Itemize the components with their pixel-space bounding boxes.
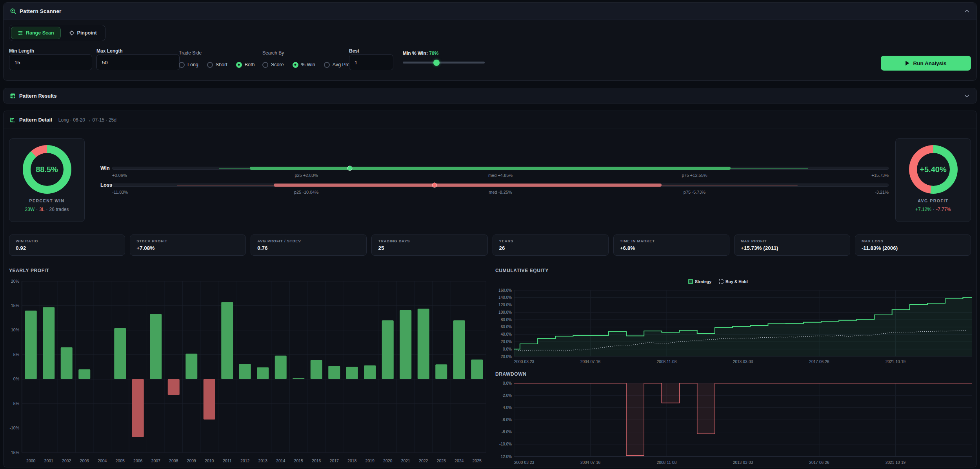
svg-text:2024: 2024 bbox=[455, 458, 464, 463]
trade-summary: 23W·3L·26 trades bbox=[9, 207, 84, 212]
tab-pinpoint[interactable]: Pinpoint bbox=[62, 27, 104, 39]
stat-label: STDEV PROFIT bbox=[136, 239, 239, 243]
range-value-label: -11.83% bbox=[112, 190, 128, 195]
results-title: Pattern Results bbox=[19, 93, 56, 99]
svg-text:2017-06-26: 2017-06-26 bbox=[809, 460, 829, 465]
svg-text:-5%: -5% bbox=[12, 401, 19, 406]
trade-side-label: Trade Side bbox=[179, 50, 202, 56]
cumulative-equity-title: CUMULATIVE EQUITY bbox=[495, 268, 549, 273]
stat-card-win-ratio: WIN RATIO0.92 bbox=[9, 234, 125, 256]
svg-text:2011: 2011 bbox=[223, 458, 232, 463]
radio-option-long[interactable]: Long bbox=[179, 62, 198, 68]
avg-profit-value: +5.40% bbox=[920, 165, 946, 174]
slider-thumb[interactable] bbox=[433, 60, 440, 66]
range-value-label: +15.73% bbox=[871, 173, 889, 178]
table-icon bbox=[10, 93, 16, 99]
percent-win-card: 88.5% PERCENT WIN 23W·3L·26 trades bbox=[9, 138, 85, 222]
best-input[interactable]: 1 bbox=[349, 55, 393, 70]
stat-label: AVG PROFIT / STDEV bbox=[257, 239, 360, 243]
equity-legend: StrategyBuy & Hold bbox=[689, 279, 748, 284]
svg-text:0%: 0% bbox=[13, 376, 19, 381]
collapse-panel-button[interactable] bbox=[964, 8, 970, 15]
search-by-radio-group: Score% WinAvg Profit bbox=[262, 61, 354, 69]
bar-2002 bbox=[61, 347, 73, 379]
run-analysis-button[interactable]: Run Analysis bbox=[881, 56, 971, 71]
bar-2004 bbox=[96, 379, 108, 379]
bar-2006 bbox=[132, 379, 144, 437]
range-median-dot bbox=[432, 183, 437, 188]
svg-text:2001: 2001 bbox=[44, 458, 54, 463]
svg-text:2017: 2017 bbox=[330, 458, 339, 463]
radio-option-short[interactable]: Short bbox=[207, 62, 227, 68]
radio-option-score[interactable]: Score bbox=[262, 62, 284, 68]
cumulative-equity-chart: 160.0%140.0%120.0%100.0%80.0%60.0%40.0%2… bbox=[493, 275, 980, 367]
svg-text:-4.0%: -4.0% bbox=[502, 405, 512, 410]
percent-win-label: PERCENT WIN bbox=[9, 198, 84, 203]
stat-value: +15.73% (2011) bbox=[741, 245, 844, 251]
tab-label: Pinpoint bbox=[77, 30, 97, 36]
bar-2022 bbox=[418, 309, 429, 379]
stat-label: MAX PROFIT bbox=[741, 239, 844, 243]
profit-summary: +7.12%·-7.77% bbox=[896, 207, 971, 212]
strategy-swatch bbox=[689, 280, 693, 284]
pattern-results-section[interactable]: Pattern Results bbox=[3, 88, 977, 104]
radio-icon bbox=[293, 62, 298, 68]
svg-text:0.0%: 0.0% bbox=[503, 381, 512, 385]
svg-text:2020: 2020 bbox=[383, 458, 393, 463]
bar-2008 bbox=[168, 379, 180, 395]
drawdown-chart: 0.0%-2.0%-4.0%-6.0%-8.0%-10.0%-12.0%2000… bbox=[493, 367, 980, 468]
stat-card-avg-profit-stdev: AVG PROFIT / STDEV0.76 bbox=[251, 234, 367, 256]
scanner-panel: Pattern Scanner Range Scan Pinpoi bbox=[3, 2, 977, 81]
svg-text:2013-03-03: 2013-03-03 bbox=[733, 360, 753, 364]
bar-2005 bbox=[114, 328, 126, 379]
stat-card-time-in-market: TIME IN MARKET+6.8% bbox=[613, 234, 729, 256]
svg-text:160.0%: 160.0% bbox=[498, 288, 512, 293]
svg-text:2006: 2006 bbox=[133, 458, 143, 463]
svg-text:2021-10-19: 2021-10-19 bbox=[885, 360, 906, 364]
svg-text:2012: 2012 bbox=[240, 458, 250, 463]
svg-text:2023: 2023 bbox=[437, 458, 446, 463]
svg-text:2013-03-03: 2013-03-03 bbox=[733, 460, 753, 465]
svg-text:-20.0%: -20.0% bbox=[499, 354, 512, 359]
bar-2007 bbox=[150, 314, 162, 379]
svg-text:2004-07-16: 2004-07-16 bbox=[580, 460, 601, 465]
expand-results-button[interactable] bbox=[964, 93, 970, 99]
svg-text:2021: 2021 bbox=[401, 458, 411, 463]
stat-card-max-profit: MAX PROFIT+15.73% (2011) bbox=[734, 234, 850, 256]
bar-2000 bbox=[25, 311, 37, 379]
svg-text:2002: 2002 bbox=[62, 458, 71, 463]
stat-label: WIN RATIO bbox=[16, 239, 118, 243]
svg-text:80.0%: 80.0% bbox=[501, 318, 512, 322]
stat-card-stdev-profit: STDEV PROFIT+7.08% bbox=[130, 234, 246, 256]
radio-icon bbox=[324, 62, 330, 68]
bar-2017 bbox=[328, 366, 340, 379]
play-icon bbox=[905, 61, 909, 65]
stat-label: TIME IN MARKET bbox=[620, 239, 723, 243]
buy-hold-swatch bbox=[719, 280, 723, 284]
range-value-label: +0.06% bbox=[112, 173, 127, 178]
bar-2012 bbox=[239, 364, 251, 379]
svg-text:2014: 2014 bbox=[276, 458, 285, 463]
min-win-slider[interactable] bbox=[403, 62, 485, 64]
stat-card-trading-days: TRADING DAYS25 bbox=[371, 234, 487, 256]
min-length-label: Min Length bbox=[9, 48, 34, 54]
stat-value: 0.92 bbox=[16, 245, 118, 251]
stat-value: 0.76 bbox=[257, 245, 360, 251]
tab-range-scan[interactable]: Range Scan bbox=[11, 27, 61, 39]
range-iqr-bar bbox=[250, 167, 731, 170]
svg-text:2005: 2005 bbox=[116, 458, 125, 463]
svg-text:2000: 2000 bbox=[26, 458, 36, 463]
stat-value: 25 bbox=[378, 245, 481, 251]
range-median-dot bbox=[347, 166, 353, 171]
range-value-label: p25 +2.83% bbox=[295, 173, 318, 178]
donut-center: 88.5% bbox=[31, 153, 64, 186]
bar-2018 bbox=[346, 367, 358, 379]
radio-option-both[interactable]: Both bbox=[236, 62, 255, 68]
min-length-input[interactable]: 15 bbox=[9, 55, 92, 70]
max-length-input[interactable]: 50 bbox=[96, 55, 180, 70]
radio-option--win[interactable]: % Win bbox=[293, 62, 315, 68]
bar-2010 bbox=[204, 379, 215, 420]
svg-text:-8.0%: -8.0% bbox=[502, 430, 512, 434]
bar-2025 bbox=[471, 360, 483, 379]
svg-text:2008: 2008 bbox=[169, 458, 178, 463]
